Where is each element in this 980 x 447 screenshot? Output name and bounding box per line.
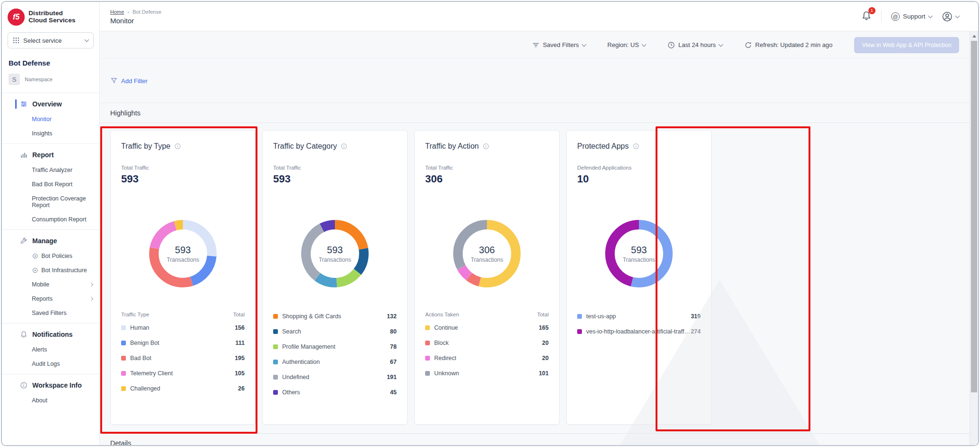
legend-swatch — [273, 375, 278, 380]
support-menu[interactable]: @ Support — [891, 12, 932, 21]
sidebar-item-protection-coverage-report[interactable]: Protection Coverage Report — [2, 191, 99, 212]
vertical-scrollbar[interactable] — [970, 31, 978, 445]
legend-item-challenged[interactable]: Challenged26 — [121, 381, 245, 396]
sidebar-item-consumption-report[interactable]: Consumption Report — [2, 212, 99, 227]
sidebar-item-audit-logs[interactable]: Audit Logs — [2, 357, 99, 371]
legend-label: Block — [434, 340, 542, 346]
legend-item-unknown[interactable]: Unknown101 — [425, 366, 549, 381]
brand: f5 Distributed Cloud Services — [2, 2, 99, 31]
legend-value: 319 — [691, 313, 701, 320]
legend-item-human[interactable]: Human156 — [121, 320, 245, 335]
legend-item-others[interactable]: Others45 — [273, 385, 397, 400]
f5-logo-icon: f5 — [8, 9, 25, 26]
info-icon[interactable] — [633, 143, 639, 150]
sidebar: f5 Distributed Cloud Services Select ser… — [2, 2, 100, 445]
legend-label: Redirect — [434, 355, 542, 361]
info-icon[interactable] — [174, 143, 181, 150]
chevron-right-icon — [89, 297, 93, 301]
info-icon[interactable] — [341, 143, 347, 150]
metric-value: 306 — [425, 173, 549, 185]
donut-chart-traffic-by-action: 306Transactions — [445, 212, 529, 295]
legend-item-block[interactable]: Block20 — [425, 335, 549, 351]
time-range-dropdown[interactable]: Last 24 hours — [667, 41, 723, 49]
legend-item-benign-bot[interactable]: Benign Bot111 — [121, 335, 245, 351]
chevron-right-icon — [89, 283, 93, 286]
support-label: Support — [903, 13, 925, 20]
sidebar-item-bot-policies[interactable]: Bot Policies — [2, 249, 99, 263]
metric-label: Total Traffic — [273, 165, 397, 171]
sidebar-section-label: Report — [32, 151, 54, 159]
legend-value: 45 — [390, 389, 397, 396]
sidebar-section-label: Overview — [32, 100, 62, 108]
legend-item-continue[interactable]: Continue165 — [425, 320, 549, 335]
funnel-icon — [110, 77, 118, 85]
chevron-down-icon — [718, 42, 723, 47]
select-service-dropdown[interactable]: Select service — [8, 32, 94, 48]
sidebar-item-traffic-analyzer[interactable]: Traffic Analyzer — [2, 163, 99, 177]
sidebar-item-bot-infrastructure[interactable]: Bot Infrastructure — [2, 263, 99, 277]
user-icon — [942, 11, 953, 22]
refresh-button[interactable]: Refresh: Updated 2 min ago — [744, 41, 833, 49]
sidebar-item-saved-filters[interactable]: Saved Filters — [2, 306, 99, 320]
page-title: Monitor — [110, 17, 162, 25]
card-protected-apps: Protected AppsDefended Applications10593… — [566, 130, 712, 425]
legend-value: 20 — [542, 355, 549, 361]
legend-swatch — [577, 329, 582, 334]
sidebar-item-monitor[interactable]: Monitor — [2, 112, 99, 126]
sidebar-item-about[interactable]: About — [2, 393, 99, 408]
legend-item-search[interactable]: Search80 — [273, 324, 397, 339]
sidebar-item-label: Audit Logs — [32, 361, 60, 367]
user-menu[interactable] — [942, 11, 959, 22]
metric-label: Total Traffic — [425, 165, 549, 171]
info-icon[interactable] — [483, 143, 489, 150]
legend-item-redirect[interactable]: Redirect20 — [425, 351, 549, 366]
region-dropdown[interactable]: Region: US — [608, 41, 646, 48]
breadcrumb-home-link[interactable]: Home — [110, 9, 124, 15]
sidebar-item-bad-bot-report[interactable]: Bad Bot Report — [2, 177, 99, 191]
sidebar-item-label: Bot Policies — [41, 253, 72, 259]
saved-filters-dropdown[interactable]: Saved Filters — [532, 41, 586, 49]
sidebar-item-manage[interactable]: Manage — [2, 233, 99, 249]
legend-item-undefined[interactable]: Undefined191 — [273, 370, 397, 385]
legend-label: Telemetry Client — [130, 370, 235, 377]
scrollbar-thumb[interactable] — [971, 41, 977, 392]
legend-item-shopping-gift-cards[interactable]: Shopping & Gift Cards132 — [273, 309, 397, 324]
metric-label: Total Traffic — [121, 165, 245, 171]
legend-item-ves-io-http-loadbalancer-artificial-traffic-test[interactable]: ves-io-http-loadbalancer-artificial-traf… — [577, 324, 701, 339]
legend-value: 274 — [691, 328, 701, 335]
legend: Traffic TypeTotalHuman156Benign Bot111Ba… — [121, 309, 245, 396]
notification-count-badge: 1 — [868, 7, 875, 14]
sidebar-item-alerts[interactable]: Alerts — [2, 342, 99, 357]
brand-text: Distributed Cloud Services — [29, 10, 76, 24]
legend-header-label: Traffic Type — [121, 312, 233, 317]
sidebar-nav: OverviewMonitorInsightsReportTraffic Ana… — [2, 93, 99, 410]
legend-label: Others — [282, 389, 390, 396]
view-in-waap-button[interactable]: View in Web App & API Protection — [854, 37, 959, 53]
scrollbar-up-arrow-icon[interactable] — [972, 35, 976, 38]
sidebar-item-notifications[interactable]: Notifications — [2, 326, 99, 342]
sidebar-item-report[interactable]: Report — [2, 147, 99, 163]
legend-item-bad-bot[interactable]: Bad Bot195 — [121, 351, 245, 366]
sidebar-item-reports[interactable]: Reports — [2, 292, 99, 306]
sidebar-item-mobile[interactable]: Mobile — [2, 277, 99, 292]
legend-item-test-us-app[interactable]: test-us-app319 — [577, 309, 701, 324]
legend-value: 26 — [238, 385, 245, 392]
sidebar-item-overview[interactable]: Overview — [2, 96, 99, 112]
nav-section-workspace-info: Workspace InfoAbout — [2, 374, 99, 410]
namespace-selector[interactable]: S Namespace — [2, 73, 99, 93]
legend-item-authentication[interactable]: Authentication67 — [273, 354, 397, 370]
sidebar-item-label: Insights — [32, 130, 52, 137]
add-filter-button[interactable]: Add Filter — [110, 77, 148, 85]
legend-header-label: Actions Taken — [425, 312, 537, 317]
sidebar-item-workspace-info[interactable]: Workspace Info — [2, 377, 99, 393]
card-traffic-by-action: Traffic by ActionTotal Traffic306306Tran… — [414, 130, 560, 425]
legend-item-telemetry-client[interactable]: Telemetry Client105 — [121, 366, 245, 381]
legend-swatch — [425, 371, 430, 376]
sidebar-item-insights[interactable]: Insights — [2, 126, 99, 141]
legend-swatch — [273, 390, 278, 395]
legend-item-profile-management[interactable]: Profile Management78 — [273, 339, 397, 354]
legend: Actions TakenTotalContinue165Block20Redi… — [425, 309, 549, 381]
legend-value: 165 — [539, 324, 549, 331]
notifications-button[interactable]: 1 — [861, 10, 872, 23]
legend-swatch — [273, 329, 278, 334]
